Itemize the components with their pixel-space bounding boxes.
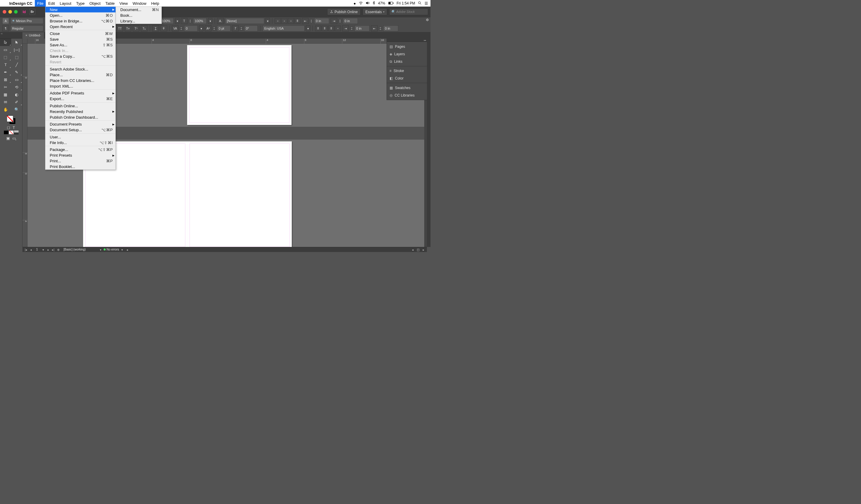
panel-button-pages[interactable]: ▤Pages — [387, 43, 427, 50]
battery-icon[interactable] — [388, 1, 394, 5]
apply-gradient-button[interactable] — [14, 131, 18, 134]
page-1[interactable] — [187, 45, 291, 125]
menu-item-save[interactable]: Save⌘S — [45, 37, 116, 42]
menu-item-print-booklet[interactable]: Print Booklet... — [45, 164, 116, 169]
superscript-button[interactable]: T¹ — [133, 25, 139, 31]
view-split-button[interactable]: ◫ — [416, 248, 420, 251]
rectangle-tool[interactable]: ▭ — [11, 76, 22, 83]
first-page-button[interactable]: |◂ — [24, 248, 28, 251]
paragraph-mode-button[interactable]: ¶ — [2, 25, 9, 31]
char-style-arrow[interactable]: ▾ — [266, 18, 270, 24]
menu-item-user[interactable]: User... — [45, 134, 116, 140]
tracking-stepper[interactable]: ▴▾ — [180, 27, 183, 30]
free-transform-tool[interactable]: ⟲ — [11, 83, 22, 91]
menu-item-print[interactable]: Print...⌘P — [45, 158, 116, 164]
panel-button-swatches[interactable]: ▦Swatches — [387, 84, 427, 92]
all-caps-button[interactable]: TT — [117, 25, 123, 31]
prev-page-button[interactable]: ◂ — [29, 248, 33, 251]
workspace-switcher[interactable]: Essentials ▾ — [363, 8, 387, 15]
gradient-feather-tool[interactable]: ◐ — [11, 91, 22, 98]
menu-item-browse-in-bridge[interactable]: Browse in Bridge...⌥⌘O — [45, 18, 116, 24]
character-mode-button[interactable]: A — [2, 18, 9, 24]
last-line-indent-field[interactable]: 0 in — [383, 25, 398, 31]
tab-close-icon[interactable]: × — [25, 33, 27, 37]
justify-all-button[interactable]: ≣ — [328, 26, 334, 31]
hand-tool[interactable]: ✋ — [0, 106, 11, 113]
note-tool[interactable]: ✉ — [0, 98, 11, 106]
baseline-stepper[interactable]: ▴▾ — [213, 27, 216, 30]
panel-button-stroke[interactable]: ≡Stroke — [387, 67, 427, 75]
window-close-button[interactable] — [3, 10, 6, 14]
open-app-button[interactable]: ⊕ — [56, 248, 60, 251]
underline-button[interactable]: T — [152, 25, 159, 31]
skew-stepper[interactable]: ▴▾ — [240, 27, 243, 30]
font-style-field[interactable]: Regular — [11, 25, 43, 31]
menubar-layout[interactable]: Layout — [57, 0, 74, 6]
page-dropdown-button[interactable]: ▾ — [41, 248, 45, 251]
adobe-stock-search[interactable]: 🔍 Adobe Stock — [389, 9, 428, 15]
bluetooth-icon[interactable] — [372, 1, 375, 6]
next-page-button[interactable]: ▸ — [46, 248, 50, 251]
menu-item-package[interactable]: Package...⌥⇧⌘P — [45, 147, 116, 152]
font-family-field[interactable]: 🔍Minion Pro — [11, 18, 43, 24]
menu-item-book[interactable]: Book... — [116, 13, 162, 18]
fill-swatch[interactable] — [6, 115, 13, 122]
gap-tool[interactable]: |↔| — [11, 46, 22, 54]
align-right-button[interactable]: ≡ — [288, 18, 294, 24]
skew-field[interactable]: 0° — [244, 25, 258, 31]
siri-icon[interactable]: ● — [354, 1, 356, 6]
indent-left-stepper[interactable]: ▴▾ — [310, 19, 313, 23]
justify-left-button[interactable]: ≣ — [295, 18, 300, 24]
right-dock-strip[interactable] — [427, 39, 430, 247]
baseline-shift-field[interactable]: 0 pt — [217, 25, 231, 31]
character-style-dropdown[interactable]: [None] — [226, 18, 264, 24]
menu-item-publish-online[interactable]: Publish Online... — [45, 103, 116, 109]
menu-item-import-xml[interactable]: Import XML... — [45, 83, 116, 89]
spotlight-icon[interactable] — [418, 1, 422, 6]
menu-item-document-setup[interactable]: Document Setup...⌥⌘P — [45, 127, 116, 133]
panel-button-color[interactable]: ◧Color — [387, 75, 427, 82]
tools-collapse-strip[interactable]: ≪ — [0, 32, 23, 39]
menubar-window[interactable]: Window — [130, 0, 149, 6]
small-caps-button[interactable]: Tᴛ — [125, 25, 131, 31]
pencil-tool[interactable]: ✎ — [11, 68, 22, 76]
language-arrow[interactable]: ▾ — [306, 25, 310, 31]
menu-item-save-as[interactable]: Save As...⇧⌘S — [45, 42, 116, 48]
menu-item-document[interactable]: Document...⌘N — [116, 7, 162, 13]
content-collector-tool[interactable]: ⬚ — [0, 54, 11, 61]
menu-item-library[interactable]: Library... — [116, 18, 162, 24]
rectangle-frame-tool[interactable]: ⊠ — [0, 76, 11, 83]
bridge-launch-button[interactable]: Br — [29, 9, 35, 15]
menubar-edit[interactable]: Edit — [46, 0, 57, 6]
menu-item-close[interactable]: Close⌘W — [45, 31, 116, 37]
menu-item-open-recent[interactable]: Open Recent▶ — [45, 24, 116, 30]
clock-text[interactable]: Fri 1:54 PM — [396, 1, 415, 5]
formatting-container-button[interactable]: ◻ — [6, 125, 11, 130]
first-line-stepper[interactable]: ▴▾ — [339, 19, 341, 23]
menu-item-document-presets[interactable]: Document Presets▶ — [45, 121, 116, 127]
panel-button-links[interactable]: ⧉Links — [387, 58, 427, 65]
align-spine-button[interactable]: ≡ — [335, 26, 341, 31]
normal-view-mode-button[interactable]: ▣ — [6, 136, 11, 141]
type-tool[interactable]: T — [0, 61, 11, 68]
menu-item-place-from-cc-libraries[interactable]: Place from CC Libraries... — [45, 78, 116, 83]
vertical-ruler[interactable]: 0804 — [23, 44, 27, 247]
fill-stroke-proxy[interactable] — [6, 115, 16, 124]
direct-selection-tool[interactable] — [11, 39, 22, 46]
apply-none-button[interactable] — [9, 131, 13, 134]
menu-item-new[interactable]: New▶ — [45, 7, 116, 13]
menubar-file[interactable]: File — [35, 0, 46, 6]
v-scale-stepper[interactable]: ▴▾ — [189, 19, 192, 23]
indent-right-stepper[interactable]: ▴▾ — [351, 27, 353, 30]
eyedropper-tool[interactable]: ✐ — [11, 98, 22, 106]
h-scale-dropdown[interactable]: ▾ — [175, 18, 179, 24]
align-left-button[interactable]: ≡ — [275, 18, 281, 24]
gradient-swatch-tool[interactable]: ▦ — [0, 91, 11, 98]
horizontal-scale-field[interactable]: 100% — [160, 18, 174, 24]
document-tab[interactable]: × Untitled- — [23, 32, 44, 39]
menu-item-export[interactable]: Export...⌘E — [45, 96, 116, 101]
tracking-dropdown[interactable]: ▾ — [199, 25, 203, 31]
control-panel-menu-button[interactable]: ✲ — [426, 18, 429, 23]
pen-tool[interactable]: ✒ — [0, 68, 11, 76]
menu-item-open[interactable]: Open...⌘O — [45, 13, 116, 18]
